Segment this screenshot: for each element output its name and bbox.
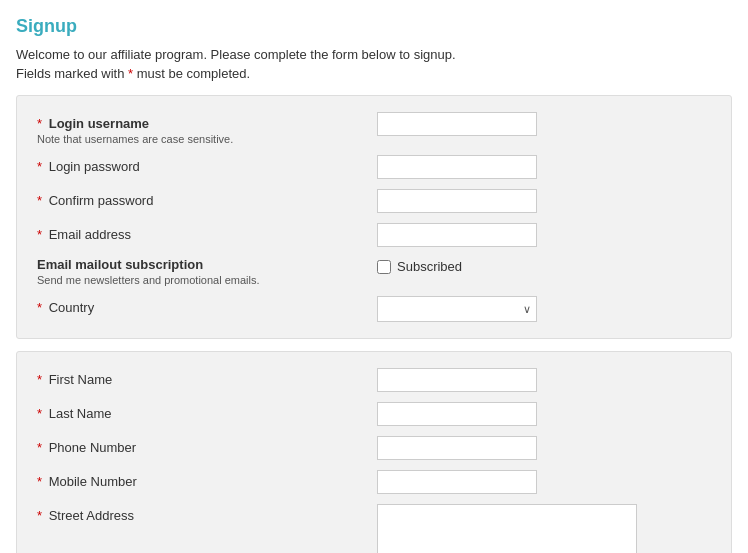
input-wrapper-last-name (377, 402, 711, 426)
required-star-last-name: * (37, 406, 42, 421)
required-star-country: * (37, 300, 42, 315)
label-email-address: * Email address (37, 223, 377, 242)
input-wrapper-subscription: Subscribed (377, 257, 711, 274)
required-star-username: * (37, 116, 42, 131)
label-login-password: * Login password (37, 155, 377, 174)
row-login-password: * Login password (37, 155, 711, 179)
login-username-sublabel: Note that usernames are case sensitive. (37, 133, 377, 145)
label-street-address: * Street Address (37, 504, 377, 523)
row-mobile-number: * Mobile Number (37, 470, 711, 494)
row-subscription: Email mailout subscription Send me newsl… (37, 257, 711, 286)
required-star-password: * (37, 159, 42, 174)
street-address-input[interactable] (377, 504, 637, 553)
row-first-name: * First Name (37, 368, 711, 392)
required-star-street: * (37, 508, 42, 523)
required-note: Fields marked with * must be completed. (16, 66, 732, 81)
first-name-input[interactable] (377, 368, 537, 392)
intro-line1: Welcome to our affiliate program. Please… (16, 47, 732, 62)
required-star-confirm: * (37, 193, 42, 208)
label-mobile-number: * Mobile Number (37, 470, 377, 489)
row-phone-number: * Phone Number (37, 436, 711, 460)
label-phone-number: * Phone Number (37, 436, 377, 455)
input-wrapper-login-password (377, 155, 711, 179)
login-password-input[interactable] (377, 155, 537, 179)
subscription-sub-label: Send me newsletters and promotional emai… (37, 274, 377, 286)
row-email-address: * Email address (37, 223, 711, 247)
input-wrapper-mobile-number (377, 470, 711, 494)
label-last-name: * Last Name (37, 402, 377, 421)
label-confirm-password: * Confirm password (37, 189, 377, 208)
subscription-main-label: Email mailout subscription (37, 257, 377, 272)
mobile-number-input[interactable] (377, 470, 537, 494)
required-star-phone: * (37, 440, 42, 455)
email-address-input[interactable] (377, 223, 537, 247)
input-wrapper-country: ∨ (377, 296, 711, 322)
row-confirm-password: * Confirm password (37, 189, 711, 213)
login-username-label-text: Login username (49, 116, 149, 131)
country-select[interactable] (377, 296, 537, 322)
required-star-mobile: * (37, 474, 42, 489)
row-country: * Country ∨ (37, 296, 711, 322)
page-title: Signup (16, 16, 732, 37)
row-street-address: * Street Address (37, 504, 711, 553)
required-star-first-name: * (37, 372, 42, 387)
login-username-input[interactable] (377, 112, 537, 136)
input-wrapper-confirm-password (377, 189, 711, 213)
subscribed-label: Subscribed (397, 259, 462, 274)
phone-number-input[interactable] (377, 436, 537, 460)
label-country: * Country (37, 296, 377, 315)
required-star-email: * (37, 227, 42, 242)
row-login-username: * Login username Note that usernames are… (37, 112, 711, 145)
row-last-name: * Last Name (37, 402, 711, 426)
subscription-check-wrapper: Subscribed (377, 257, 711, 274)
label-subscription: Email mailout subscription Send me newsl… (37, 257, 377, 286)
subscribed-checkbox[interactable] (377, 260, 391, 274)
required-star: * (128, 66, 133, 81)
country-select-wrapper: ∨ (377, 296, 537, 322)
confirm-password-input[interactable] (377, 189, 537, 213)
input-wrapper-email-address (377, 223, 711, 247)
label-login-username: * Login username Note that usernames are… (37, 112, 377, 145)
last-name-input[interactable] (377, 402, 537, 426)
section-personal: * First Name * Last Name * Phone Number … (16, 351, 732, 553)
input-wrapper-phone-number (377, 436, 711, 460)
input-wrapper-login-username (377, 112, 711, 136)
input-wrapper-first-name (377, 368, 711, 392)
section-account: * Login username Note that usernames are… (16, 95, 732, 339)
input-wrapper-street-address (377, 504, 711, 553)
label-first-name: * First Name (37, 368, 377, 387)
